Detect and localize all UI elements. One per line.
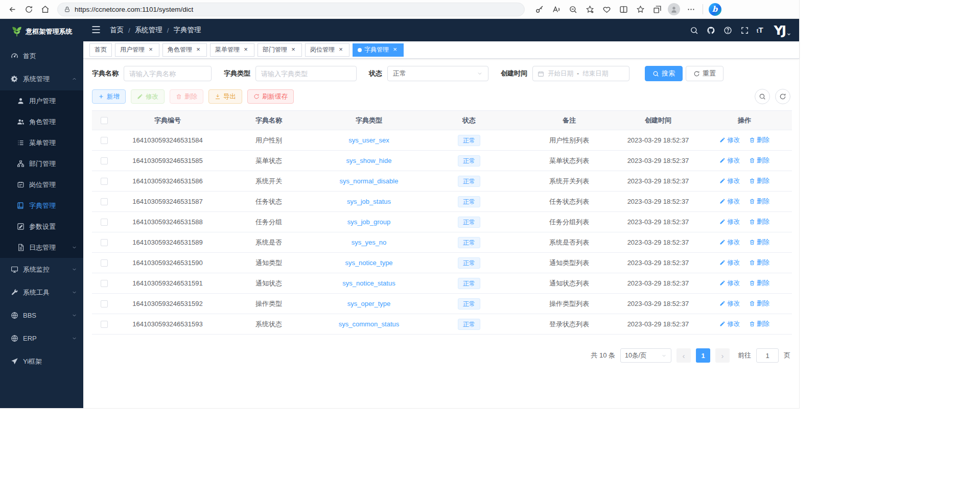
delete-button[interactable]: 删除: [170, 89, 203, 104]
dict-type-link[interactable]: sys_notice_type: [345, 259, 392, 267]
user-brand-logo[interactable]: YJ: [774, 24, 791, 37]
delete-row-button[interactable]: 删除: [749, 320, 769, 328]
tab-menu[interactable]: 菜单管理 ×: [210, 43, 254, 57]
breadcrumb-item[interactable]: 字典管理: [174, 26, 201, 35]
collections-icon[interactable]: [649, 2, 665, 17]
sidebar-item-dict[interactable]: 字典管理: [0, 195, 83, 216]
app-logo[interactable]: 意框架管理系统: [0, 19, 83, 44]
row-checkbox[interactable]: [101, 239, 108, 246]
delete-row-button[interactable]: 删除: [749, 136, 769, 145]
dict-type-link[interactable]: sys_common_status: [339, 320, 400, 328]
breadcrumb-item[interactable]: 首页: [110, 26, 124, 35]
home-button[interactable]: [37, 2, 53, 17]
edit-row-button[interactable]: 修改: [719, 156, 740, 165]
edit-row-button[interactable]: 修改: [719, 320, 740, 328]
row-checkbox[interactable]: [101, 321, 108, 328]
date-range-picker[interactable]: 开始日期 - 结束日期: [532, 66, 629, 81]
row-checkbox[interactable]: [101, 280, 108, 287]
dict-type-link[interactable]: sys_job_status: [347, 198, 391, 205]
profile-avatar[interactable]: [666, 2, 682, 17]
sidebar-item-log[interactable]: 日志管理: [0, 237, 83, 258]
sidebar-item-system[interactable]: 系统管理: [0, 67, 83, 90]
sidebar-item-erp[interactable]: ERP: [0, 327, 83, 350]
refresh-table-button[interactable]: [775, 89, 790, 104]
delete-row-button[interactable]: 删除: [749, 177, 769, 185]
current-page[interactable]: 1: [696, 348, 710, 363]
row-checkbox[interactable]: [101, 300, 108, 307]
refresh-cache-button[interactable]: 刷新缓存: [247, 89, 294, 104]
close-icon[interactable]: ×: [337, 46, 344, 54]
sidebar-item-yi[interactable]: Yi框架: [0, 350, 83, 373]
edit-row-button[interactable]: 修改: [719, 197, 740, 206]
more-options-icon[interactable]: [683, 2, 699, 17]
page-size-select[interactable]: 10条/页: [620, 348, 671, 363]
goto-page-input[interactable]: [756, 348, 779, 363]
select-all-checkbox[interactable]: [101, 117, 108, 124]
tab-role[interactable]: 角色管理 ×: [162, 43, 207, 57]
delete-row-button[interactable]: 删除: [749, 218, 769, 226]
row-checkbox[interactable]: [101, 198, 108, 205]
tab-home[interactable]: 首页: [89, 43, 112, 57]
edit-button[interactable]: 修改: [131, 89, 165, 104]
hamburger-icon[interactable]: [91, 25, 102, 36]
row-checkbox[interactable]: [101, 137, 108, 144]
delete-row-button[interactable]: 删除: [749, 156, 769, 165]
sidebar-item-user[interactable]: 用户管理: [0, 90, 83, 111]
sidebar-item-dept[interactable]: 部门管理: [0, 153, 83, 174]
dict-type-link[interactable]: sys_normal_disable: [340, 177, 399, 185]
close-icon[interactable]: ×: [290, 46, 297, 54]
edit-row-button[interactable]: 修改: [719, 177, 740, 185]
tab-dict[interactable]: 字典管理 ×: [353, 43, 404, 57]
search-icon[interactable]: [689, 25, 699, 35]
dict-type-link[interactable]: sys_yes_no: [352, 239, 387, 246]
delete-row-button[interactable]: 删除: [749, 258, 769, 267]
delete-row-button[interactable]: 删除: [749, 238, 769, 247]
edit-row-button[interactable]: 修改: [719, 258, 740, 267]
password-key-icon[interactable]: [531, 2, 547, 17]
read-aloud-icon[interactable]: [548, 2, 564, 17]
search-button[interactable]: 搜索: [645, 66, 683, 81]
help-icon[interactable]: [723, 25, 733, 35]
next-page-button[interactable]: ›: [715, 348, 730, 363]
edit-row-button[interactable]: 修改: [719, 218, 740, 226]
sidebar-item-home[interactable]: 首页: [0, 44, 83, 67]
sidebar-item-param[interactable]: 参数设置: [0, 216, 83, 237]
sidebar-item-menu[interactable]: 菜单管理: [0, 132, 83, 153]
edit-row-button[interactable]: 修改: [719, 279, 740, 288]
breadcrumb-item[interactable]: 系统管理: [135, 26, 162, 35]
split-screen-icon[interactable]: [615, 2, 632, 17]
tab-user[interactable]: 用户管理 ×: [115, 43, 159, 57]
browser-essentials-icon[interactable]: [598, 2, 615, 17]
edit-row-button[interactable]: 修改: [719, 238, 740, 247]
add-favorite-icon[interactable]: [581, 2, 598, 17]
close-icon[interactable]: ×: [242, 46, 249, 54]
add-button[interactable]: 新增: [92, 89, 126, 104]
dict-name-input[interactable]: [124, 66, 212, 81]
close-icon[interactable]: ×: [391, 46, 399, 54]
close-icon[interactable]: ×: [195, 46, 202, 54]
close-icon[interactable]: ×: [147, 46, 154, 54]
tab-post[interactable]: 岗位管理 ×: [305, 43, 349, 57]
fullscreen-icon[interactable]: [740, 25, 750, 35]
edit-row-button[interactable]: 修改: [719, 299, 740, 308]
delete-row-button[interactable]: 删除: [749, 197, 769, 206]
edit-row-button[interactable]: 修改: [719, 136, 740, 145]
dict-type-input[interactable]: [255, 66, 357, 81]
refresh-button[interactable]: [20, 2, 37, 17]
bing-copilot-icon[interactable]: b: [707, 2, 723, 17]
dict-type-link[interactable]: sys_show_hide: [346, 157, 392, 164]
sidebar-item-tools[interactable]: 系统工具: [0, 281, 83, 304]
show-search-toggle-button[interactable]: [755, 89, 770, 104]
github-icon[interactable]: [706, 25, 716, 35]
dict-type-link[interactable]: sys_job_group: [347, 218, 391, 226]
sidebar-item-role[interactable]: 角色管理: [0, 111, 83, 132]
address-bar[interactable]: https://ccnetcore.com:1101/system/dict: [57, 3, 525, 16]
row-checkbox[interactable]: [101, 178, 108, 185]
sidebar-item-monitor[interactable]: 系统监控: [0, 258, 83, 281]
dict-type-link[interactable]: sys_oper_type: [347, 300, 391, 307]
favorites-icon[interactable]: [632, 2, 648, 17]
font-size-icon[interactable]: tT: [757, 26, 763, 35]
export-button[interactable]: 导出: [208, 89, 242, 104]
row-checkbox[interactable]: [101, 157, 108, 164]
status-select[interactable]: 正常: [387, 66, 488, 81]
